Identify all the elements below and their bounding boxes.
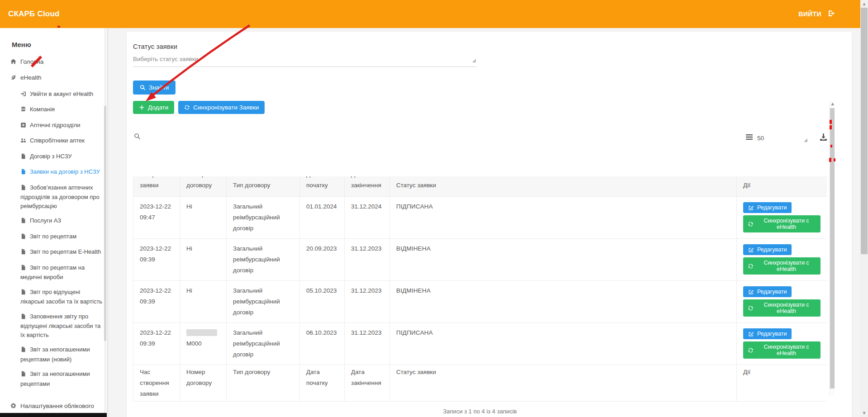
sidebar-item-recipes-report[interactable]: Звіт по рецептам — [0, 232, 107, 242]
sidebar: Меню ГоловнаeHealthУвійти в акаунт eHeal… — [0, 28, 107, 417]
add-button[interactable]: Додати — [133, 101, 174, 114]
sync-ehealth-button[interactable]: Синхронізувати с eHealth — [743, 257, 821, 275]
page-length-grip-icon — [804, 138, 807, 142]
edit-button[interactable]: Редагувати — [743, 202, 792, 213]
sync-ehealth-button[interactable]: Синхронізувати с eHealth — [743, 299, 821, 317]
sidebar-scrollbar-thumb[interactable] — [104, 106, 106, 341]
logout-button[interactable]: ВИЙТИ — [798, 9, 835, 19]
sidebar-item-dispensed-drugs-fill[interactable]: Заповнення звіту про відпущені лікарські… — [0, 312, 107, 340]
logout-label: ВИЙТИ — [798, 10, 821, 18]
sidebar-item-recipes-report-ehealth[interactable]: Звіт по рецептам E-Health — [0, 247, 107, 257]
column-footer: Дата закінчення — [345, 365, 390, 402]
column-footer: Тип договору — [227, 365, 300, 402]
top-bar: СКАРБ Cloud ВИЙТИ — [0, 0, 860, 28]
file-icon — [20, 264, 26, 273]
column-header[interactable]: Дата закінчення — [345, 176, 390, 197]
cell-actions: РедагуватиСинхронізувати с eHealth — [737, 239, 827, 281]
sidebar-item-company[interactable]: Компанія — [0, 105, 107, 115]
sidebar-item-label: Звіт по рецептам — [30, 233, 76, 240]
page-length-select[interactable]: 50 — [757, 135, 764, 142]
sync-icon — [748, 221, 754, 227]
status-value: ВІДМІНЕНА — [396, 245, 431, 252]
status-value: ПІДПИСАНА — [396, 329, 433, 336]
status-filter-select[interactable]: Виберіть статус заявки — [133, 55, 477, 67]
file-icon — [20, 370, 26, 379]
column-header[interactable]: Дії — [737, 176, 827, 197]
sidebar-item-home[interactable]: Головна — [0, 57, 107, 67]
sidebar-bottom-bar — [0, 413, 107, 417]
file-icon — [20, 346, 26, 355]
cell-date-end: 31.12.2023 — [345, 239, 390, 281]
sidebar-item-ehealth-login[interactable]: Увійти в акаунт eHealth — [0, 90, 107, 100]
download-icon[interactable] — [819, 133, 828, 143]
redaction-box — [186, 329, 217, 336]
cell-contract-type: Загальний реімбурсаційний договір — [227, 323, 300, 365]
home-icon — [10, 58, 17, 67]
page-scrollbar-down-icon[interactable]: ▼ — [860, 411, 868, 415]
sidebar-item-az-services[interactable]: Послуги АЗ — [0, 216, 107, 226]
cell-date-start: 05.10.2023 — [300, 281, 345, 323]
logout-icon — [828, 9, 835, 19]
sync-ehealth-button[interactable]: Синхронізувати с eHealth — [743, 215, 821, 232]
sidebar-item-pharmacy-units[interactable]: Аптечні підрозділи — [0, 121, 107, 131]
edit-icon — [748, 289, 754, 295]
sidebar-item-nszu-contract[interactable]: Договір з НСЗУ — [0, 152, 107, 162]
panel-scrollbar-thumb[interactable] — [830, 108, 835, 389]
sidebar-item-label: Звіт по рецептам на медичні вироби — [20, 264, 85, 281]
column-footer: Номер договору — [180, 365, 227, 402]
sidebar-item-ehealth[interactable]: eHealth — [0, 73, 107, 83]
column-header[interactable]: Статус заявки — [390, 176, 737, 197]
cell-status: ПІДПИСАНА — [390, 323, 737, 365]
cell-date-end: 31.12.2023 — [345, 281, 390, 323]
sidebar-item-label: Заповнення звіту про відпущені лікарські… — [20, 313, 100, 338]
file-icon — [20, 168, 26, 177]
page-scrollbar-thumb[interactable] — [861, 8, 868, 254]
sidebar-item-label: Послуги АЗ — [30, 217, 61, 224]
cell-actions: РедагуватиСинхронізувати с eHealth — [737, 197, 827, 239]
table-row: 2023-12-22 09:39НіЗагальний реімбурсацій… — [133, 281, 827, 323]
sync-requests-button-label: Синхронізувати Заявки — [193, 104, 259, 111]
sign-in-icon — [20, 90, 26, 100]
sidebar-item-pharmacy-staff[interactable]: Співробітники аптек — [0, 136, 107, 146]
cell-date-start: 06.10.2023 — [300, 323, 345, 365]
file-icon — [20, 248, 26, 257]
edit-button[interactable]: Редагувати — [743, 286, 792, 297]
page-scrollbar-up-icon[interactable]: ▲ — [860, 2, 868, 6]
sidebar-item-label: Компанія — [30, 106, 55, 113]
select-grip-icon — [472, 59, 476, 62]
cell-status: ПІДПИСАНА — [390, 197, 737, 239]
panel-scrollbar-up-icon[interactable]: ▲ — [830, 102, 835, 106]
cell-date-end: 31.12.2024 — [345, 197, 390, 239]
cell-date-end: 31.12.2023 — [345, 323, 390, 365]
sidebar-item-obligations[interactable]: Зобов’язання аптечних підрозділів за дог… — [0, 183, 107, 211]
column-header[interactable]: Номер договору — [180, 176, 227, 197]
table-search-input[interactable] — [134, 133, 141, 142]
sidebar-item-dispensed-drugs-report[interactable]: Звіт про відпущені лікарські засоби та ї… — [0, 288, 107, 306]
sidebar-nav: ГоловнаeHealthУвійти в акаунт eHealthКом… — [0, 57, 107, 417]
requests-table: Час створення заявкиНомер договоруТип до… — [133, 176, 827, 402]
sidebar-item-nszu-contract-requests[interactable]: Заявки на договір з НСЗУ — [0, 167, 107, 177]
edit-icon — [748, 331, 754, 337]
column-header[interactable]: Тип договору — [227, 176, 300, 197]
content-card: Статус заявки Виберіть статус заявки Зна… — [127, 32, 852, 417]
sidebar-item-unredeemed-recipes[interactable]: Звіт за непогашеними рецептами — [0, 370, 107, 388]
sidebar-item-unredeemed-recipes-new[interactable]: Звіт за непогашеними рецептами (новий) — [0, 345, 107, 364]
edit-button[interactable]: Редагувати — [743, 328, 792, 339]
column-header[interactable]: Дата початку — [300, 176, 345, 197]
sidebar-item-label: Зобов’язання аптечних підрозділів за дог… — [20, 184, 100, 209]
sidebar-item-recipes-report-medical[interactable]: Звіт по рецептам на медичні вироби — [0, 263, 107, 282]
column-list-icon[interactable] — [745, 134, 753, 142]
sync-requests-button[interactable]: Синхронізувати Заявки — [178, 101, 265, 114]
cell-contract-type: Загальний реімбурсаційний договір — [227, 239, 300, 281]
column-footer: Статус заявки — [390, 365, 737, 402]
sync-ehealth-button[interactable]: Синхронізувати с eHealth — [743, 341, 821, 359]
sidebar-item-label: Заявки на договір з НСЗУ — [30, 168, 100, 175]
find-button[interactable]: Знайти — [133, 81, 175, 95]
column-footer: Дата початку — [300, 365, 345, 402]
table-row: 2023-12-22 09:39НіЗагальний реімбурсацій… — [133, 239, 827, 281]
edit-button[interactable]: Редагувати — [743, 244, 792, 255]
column-footer: Час створення заявки — [133, 365, 180, 402]
cell-created: 2023-12-22 09:47 — [133, 197, 180, 239]
column-header[interactable]: Час створення заявки — [133, 176, 180, 197]
edit-icon — [748, 205, 754, 211]
